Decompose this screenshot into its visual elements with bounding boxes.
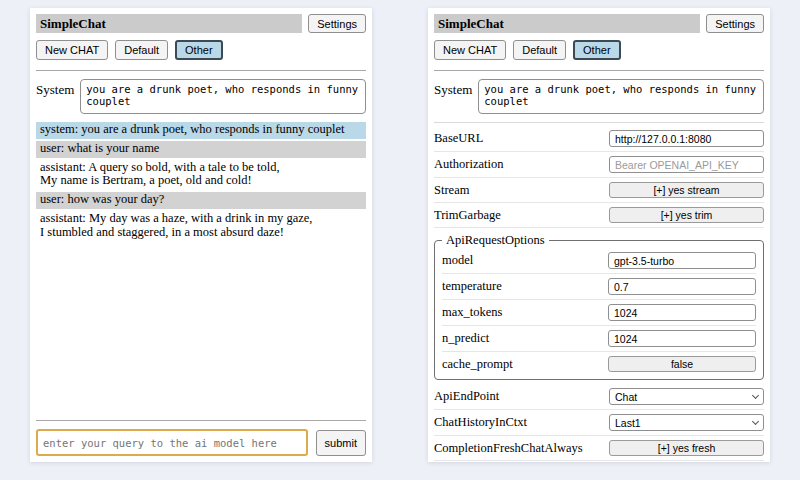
profile-other-button[interactable]: Other [573,40,621,60]
authorization-label: Authorization [434,157,503,172]
baseurl-input[interactable] [609,130,764,147]
chathistoryinctxt-label: ChatHistoryInCtxt [434,415,527,430]
api-request-options-group: ApiRequestOptions model temperature max_… [434,233,764,380]
setting-row-completionfreshchatalways: CompletionFreshChatAlways [+] yes fresh [434,436,764,461]
chat-message-user: user: what is your name [36,141,366,158]
setting-row-cache-prompt: cache_prompt false [442,352,756,376]
new-chat-button[interactable]: New CHAT [434,40,506,60]
setting-row-stream: Stream [+] yes stream [434,178,764,203]
system-prompt-input[interactable]: you are a drunk poet, who responds in fu… [478,79,764,114]
divider [434,70,764,71]
trimgarbage-toggle-button[interactable]: [+] yes trim [609,207,764,223]
setting-row-model: model [442,248,756,274]
app-title: SimpleChat [36,14,302,33]
n-predict-input[interactable] [608,330,756,347]
setting-row-baseurl: BaseURL [434,126,764,152]
query-input[interactable] [36,429,308,456]
profile-default-button[interactable]: Default [115,40,168,60]
setting-row-chathistoryinctxt: ChatHistoryInCtxt Last1 [434,410,764,436]
api-request-options-legend: ApiRequestOptions [442,233,549,248]
submit-button[interactable]: submit [316,430,366,456]
chathistoryinctxt-select[interactable]: Last1 [609,414,764,431]
divider [36,70,366,71]
divider [36,420,366,421]
max-tokens-label: max_tokens [442,305,502,320]
n-predict-label: n_predict [442,331,489,346]
model-label: model [442,253,473,268]
setting-row-n-predict: n_predict [442,326,756,352]
setting-row-max-tokens: max_tokens [442,300,756,326]
header: SimpleChat Settings [36,14,366,33]
chevron-down-icon [752,391,759,398]
header: SimpleChat Settings [434,14,764,33]
system-prompt-row: System you are a drunk poet, who respond… [36,79,366,114]
temperature-input[interactable] [608,278,756,295]
completionfreshchatalways-label: CompletionFreshChatAlways [434,441,583,456]
chat-panel: SimpleChat Settings New CHAT Default Oth… [30,8,372,462]
max-tokens-input[interactable] [608,304,756,321]
settings-panel: SimpleChat Settings New CHAT Default Oth… [428,8,770,462]
model-input[interactable] [608,252,756,269]
chat-empty-space [36,243,366,416]
chat-message-system: system: you are a drunk poet, who respon… [36,122,366,139]
stream-label: Stream [434,183,469,198]
settings-button[interactable]: Settings [308,14,366,33]
apiendpoint-select[interactable]: Chat [609,388,764,405]
query-row: submit [36,429,366,456]
cache-prompt-label: cache_prompt [442,357,513,372]
authorization-input[interactable] [609,156,764,173]
trimgarbage-label: TrimGarbage [434,208,501,223]
chat-message-assistant: assistant: A query so bold, with a tale … [36,160,366,191]
cache-prompt-toggle-button[interactable]: false [608,356,756,372]
apiendpoint-selected-value: Chat [615,391,637,403]
profile-other-button[interactable]: Other [175,40,223,60]
chat-toolbar: New CHAT Default Other [434,40,764,60]
chat-toolbar: New CHAT Default Other [36,40,366,60]
setting-row-temperature: temperature [442,274,756,300]
system-prompt-label: System [434,79,472,98]
chathistoryinctxt-selected-value: Last1 [615,417,641,429]
baseurl-label: BaseURL [434,131,483,146]
chat-message-user: user: how was your day? [36,192,366,209]
chat-message-assistant: assistant: My day was a haze, with a dri… [36,211,366,242]
app-title: SimpleChat [434,14,700,33]
stream-toggle-button[interactable]: [+] yes stream [609,182,764,198]
setting-row-trimgarbage: TrimGarbage [+] yes trim [434,203,764,228]
chevron-down-icon [752,417,759,424]
system-prompt-input[interactable]: you are a drunk poet, who responds in fu… [80,79,366,114]
chat-message-list: system: you are a drunk poet, who respon… [36,122,366,243]
profile-default-button[interactable]: Default [513,40,566,60]
setting-row-completioninsertstandardroleprefix: CompletionInsertStandardRolePrefix [-] d… [434,461,764,462]
temperature-label: temperature [442,279,502,294]
completionfreshchatalways-toggle-button[interactable]: [+] yes fresh [609,440,764,456]
settings-button[interactable]: Settings [706,14,764,33]
setting-row-apiendpoint: ApiEndPoint Chat [434,384,764,410]
apiendpoint-label: ApiEndPoint [434,389,499,404]
divider [434,122,764,123]
setting-row-authorization: Authorization [434,152,764,178]
new-chat-button[interactable]: New CHAT [36,40,108,60]
system-prompt-label: System [36,79,74,98]
system-prompt-row: System you are a drunk poet, who respond… [434,79,764,114]
